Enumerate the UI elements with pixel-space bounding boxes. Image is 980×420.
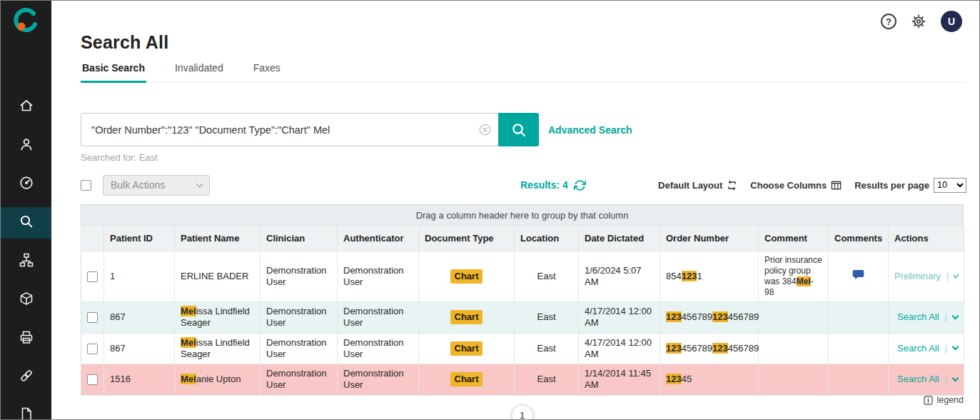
search-button[interactable] (498, 113, 539, 146)
comment-bubble-icon[interactable] (852, 269, 864, 280)
help-button[interactable]: ? (881, 14, 896, 29)
chevron-down-icon (952, 344, 959, 351)
cell-date-dictated: 4/17/2014 12:00 AM (579, 333, 660, 364)
tab-basic-search[interactable]: Basic Search (81, 62, 146, 83)
bulk-actions-dropdown[interactable]: Bulk Actions (103, 175, 210, 196)
column-header-actions[interactable]: Actions (889, 226, 964, 251)
sidebar-item-documents[interactable] (1, 400, 51, 419)
search-input[interactable] (90, 124, 490, 136)
results-per-page-select[interactable]: 10 (934, 178, 966, 193)
chevron-down-icon (954, 272, 959, 278)
column-header-patient-name[interactable]: Patient Name (175, 226, 261, 251)
column-header-document-type[interactable]: Document Type (419, 226, 515, 251)
document-icon (19, 406, 34, 419)
topbar: ? U (881, 11, 962, 32)
cell-comment (759, 333, 829, 364)
sidebar-item-integrations[interactable] (1, 361, 51, 393)
legend-button[interactable]: legend (924, 395, 964, 405)
cell-comment (759, 302, 829, 334)
document-type-chip: Chart (450, 372, 483, 386)
info-icon (924, 396, 933, 405)
advanced-search-link[interactable]: Advanced Search (548, 124, 632, 136)
row-action-label: Search All (897, 311, 939, 323)
action-separator: | (945, 311, 947, 323)
row-checkbox[interactable] (87, 374, 98, 385)
action-separator: | (946, 271, 949, 282)
sidebar-item-print[interactable] (1, 323, 51, 354)
cell-clinician: Demonstration User (261, 364, 338, 396)
sidebar (1, 1, 51, 419)
box-icon (19, 291, 34, 309)
document-type-chip: Chart (450, 310, 483, 324)
cell-order-number: 123456789123456789 (660, 302, 759, 334)
row-checkbox[interactable] (87, 312, 98, 323)
user-icon (19, 136, 34, 155)
results-count: Results: 4 (520, 179, 568, 191)
tab-invalidated[interactable]: Invalidated (173, 62, 225, 82)
settings-button[interactable] (911, 14, 926, 29)
row-checkbox[interactable] (87, 344, 98, 354)
cell-order-number: 123456789123456789 (660, 333, 759, 364)
row-action[interactable]: Search All | (894, 311, 958, 323)
search-box (81, 113, 498, 146)
sidebar-item-search[interactable] (1, 207, 51, 239)
page-button-1[interactable]: 1 (512, 405, 533, 420)
clear-search-icon[interactable] (479, 124, 491, 136)
column-header-authenticator[interactable]: Authenticator (338, 226, 419, 251)
sidebar-item-archive[interactable] (1, 284, 51, 316)
choose-columns-label: Choose Columns (750, 180, 827, 191)
row-action[interactable]: Preliminary | (894, 271, 958, 282)
cell-authenticator: Demonstration User (338, 364, 419, 396)
row-action-label: Preliminary (894, 271, 941, 282)
cell-patient-name: ERLINE BADER (175, 251, 261, 302)
sidebar-nav (1, 91, 51, 419)
cell-authenticator: Demonstration User (338, 251, 419, 302)
column-header-clinician[interactable]: Clinician (261, 226, 338, 251)
cell-location: East (515, 333, 579, 364)
refresh-icon (574, 179, 586, 191)
row-action[interactable]: Search All | (894, 343, 958, 354)
cell-patient-id: 1 (104, 251, 175, 302)
column-header-date-dictated[interactable]: Date Dictated (579, 226, 660, 251)
printer-icon (19, 329, 34, 348)
table-row[interactable]: 1 ERLINE BADER Demonstration User Demons… (81, 251, 964, 302)
choose-columns-button[interactable]: Choose Columns (750, 180, 842, 191)
table-header-row: Patient ID Patient Name Clinician Authen… (81, 226, 964, 251)
results-per-page-control: Results per page 10 (854, 178, 966, 193)
cell-patient-id: 1516 (104, 364, 175, 396)
column-header-location[interactable]: Location (515, 226, 579, 251)
document-type-chip: Chart (450, 341, 483, 356)
results-per-page-label: Results per page (854, 180, 929, 191)
row-checkbox[interactable] (87, 271, 98, 282)
search-bar: Advanced Search (81, 113, 966, 146)
cell-order-number: 12345 (660, 364, 759, 396)
page-title: Search All (81, 32, 966, 53)
cell-patient-name: Melanie Upton (175, 364, 261, 396)
chevron-down-icon (952, 374, 959, 381)
refresh-button[interactable] (574, 179, 586, 191)
cell-authenticator: Demonstration User (338, 302, 419, 334)
group-by-drop-zone[interactable]: Drag a column header here to group by th… (81, 204, 964, 225)
sidebar-item-dashboard[interactable] (1, 169, 51, 200)
table-row[interactable]: 867 Melissa Lindfield Seager Demonstrati… (81, 333, 964, 364)
sidebar-item-patients[interactable] (1, 130, 51, 161)
sidebar-item-home[interactable] (1, 91, 51, 123)
column-header-order-number[interactable]: Order Number (660, 226, 759, 251)
tab-bar: Basic Search Invalidated Faxes (81, 62, 966, 83)
user-avatar[interactable]: U (941, 11, 962, 32)
select-all-checkbox[interactable] (81, 180, 91, 191)
tab-faxes[interactable]: Faxes (252, 62, 282, 82)
gear-icon (911, 14, 926, 29)
table-row[interactable]: 867 Melissa Lindfield Seager Demonstrati… (81, 302, 964, 334)
cell-patient-id: 867 (104, 302, 175, 334)
column-header-comments[interactable]: Comments (829, 226, 889, 251)
column-header-patient-id[interactable]: Patient ID (104, 226, 175, 251)
cell-clinician: Demonstration User (261, 333, 338, 364)
row-action[interactable]: Search All | (894, 374, 958, 385)
default-layout-button[interactable]: Default Layout (658, 180, 737, 191)
cell-clinician: Demonstration User (261, 302, 338, 334)
column-header-comment[interactable]: Comment (759, 226, 829, 251)
cell-location: East (515, 251, 579, 302)
sidebar-item-workflow[interactable] (1, 246, 51, 277)
table-row[interactable]: 1516 Melanie Upton Demonstration User De… (81, 364, 964, 396)
